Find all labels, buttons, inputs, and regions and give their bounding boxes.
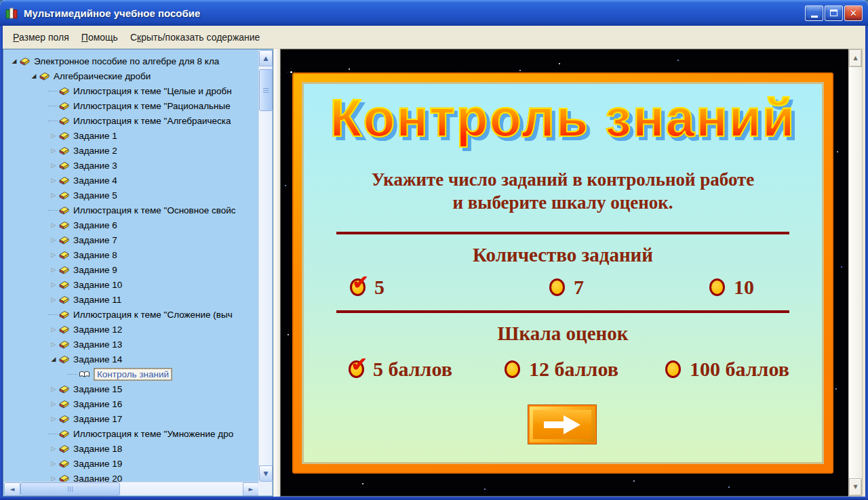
tree-item[interactable]: ▷ Задание 13 (3, 337, 273, 352)
tree-collapsed-arrow-icon[interactable]: ▷ (48, 192, 59, 199)
tree-item-label: Задание 6 (73, 220, 117, 230)
tree-item[interactable]: ▷ Задание 12 (3, 322, 273, 337)
scroll-down-icon: ▼ (264, 470, 269, 477)
maximize-button[interactable] (825, 5, 843, 21)
tree-item[interactable]: ▷ Задание 11 (3, 292, 273, 307)
tree-item[interactable]: Иллюстрация к теме "Алгебраическа (3, 113, 273, 128)
quantity-option-7[interactable]: 7 (549, 276, 584, 299)
tree-collapsed-arrow-icon[interactable]: ▷ (48, 461, 59, 467)
app-books-icon[interactable] (5, 7, 19, 19)
minimize-button[interactable] (805, 5, 823, 21)
scale-option-12-баллов[interactable]: 12 баллов (505, 358, 618, 381)
radio-button[interactable] (665, 360, 681, 378)
tree-item[interactable]: ▷ Задание 10 (3, 277, 273, 292)
panel-splitter[interactable] (274, 49, 280, 497)
tree-hscroll-thumb[interactable] (20, 482, 120, 496)
quantity-option-10[interactable]: 10 (709, 276, 754, 299)
menu-item-toggle-contents[interactable]: Скрыть/показать содержание (124, 29, 266, 45)
tree-item[interactable]: Иллюстрация к теме "Целые и дробн (3, 83, 273, 98)
tree-item[interactable]: ▷ Задание 1 (3, 128, 273, 143)
tree-item[interactable]: Иллюстрация к теме "Сложение (выч (3, 307, 273, 322)
quantity-option-5[interactable]: ✔5 (350, 276, 384, 299)
tree-collapsed-arrow-icon[interactable]: ▷ (48, 267, 59, 273)
tree-collapsed-arrow-icon[interactable]: ▷ (48, 476, 59, 482)
scroll-up-button[interactable]: ▲ (259, 50, 273, 66)
tree-item[interactable]: ◢ Электронное пособие по алгебре для 8 к… (3, 54, 273, 68)
menu-item-field-size[interactable]: Размер поля (7, 29, 75, 45)
tree-item[interactable]: ▷ Задание 4 (3, 173, 273, 188)
tree-item[interactable]: Иллюстрация к теме "Умножение дро (3, 426, 273, 441)
tree-horizontal-scrollbar[interactable]: ◄ ► (4, 482, 259, 495)
tree-item-label: Задание 2 (73, 146, 117, 156)
content-scroll-up-button[interactable]: ▲ (849, 49, 862, 67)
book-icon (39, 72, 50, 81)
tree-collapsed-arrow-icon[interactable]: ▷ (48, 282, 59, 288)
scale-option-5-баллов[interactable]: ✔5 баллов (349, 358, 452, 381)
book-icon (59, 459, 69, 468)
tree-item[interactable]: ▷ Задание 2 (3, 143, 273, 158)
tree-item[interactable]: ▷ Задание 17 (3, 411, 273, 426)
content-scroll-down-button[interactable]: ▼ (849, 478, 862, 496)
tree-collapsed-arrow-icon[interactable]: ▷ (48, 401, 59, 407)
tree-vscroll-thumb[interactable] (259, 69, 273, 111)
tree-collapsed-arrow-icon[interactable]: ▷ (48, 252, 59, 258)
tree-item[interactable]: Контроль знаний (3, 367, 273, 381)
tree-item[interactable]: ▷ Задание 15 (3, 381, 273, 396)
tree-expanded-arrow-icon[interactable]: ◢ (48, 356, 59, 362)
tree-item[interactable]: Иллюстрация к теме "Основное свойс (3, 203, 273, 217)
scroll-up-icon: ▲ (264, 55, 269, 62)
tree-item[interactable]: ▷ Задание 5 (3, 188, 273, 203)
book-icon (59, 117, 69, 125)
radio-button[interactable] (549, 278, 565, 296)
tree-collapsed-arrow-icon[interactable]: ▷ (48, 237, 59, 243)
tree-item[interactable]: ▷ Задание 7 (3, 232, 273, 247)
tree-collapsed-arrow-icon[interactable]: ▷ (48, 133, 59, 139)
tree-item[interactable]: ▷ Задание 9 (3, 262, 273, 277)
tree-item[interactable]: ▷ Задание 18 (3, 441, 273, 456)
tree-connector-line (48, 121, 58, 121)
tree-item[interactable]: ▷ Задание 6 (3, 217, 273, 232)
tree-collapsed-arrow-icon[interactable]: ▷ (48, 446, 59, 452)
tree-vertical-scrollbar[interactable]: ▲ ▼ (258, 50, 272, 482)
tree-item[interactable]: Иллюстрация к теме "Рациональные (3, 98, 273, 113)
tree-item[interactable]: ▷ Задание 19 (3, 456, 273, 471)
tree-item-label: Задание 17 (73, 414, 122, 424)
radio-button[interactable] (505, 360, 520, 378)
scroll-right-button[interactable]: ► (243, 482, 259, 496)
thumb-grip-icon (263, 88, 269, 93)
tree-item[interactable]: ▷ Задание 8 (3, 247, 273, 262)
tree-collapsed-arrow-icon[interactable]: ▷ (48, 222, 59, 228)
tree-expanded-arrow-icon[interactable]: ◢ (28, 73, 39, 79)
book-icon (59, 444, 69, 453)
content-vertical-scrollbar[interactable]: ▲ ▼ (848, 49, 863, 497)
tree-item-label: Задание 11 (73, 295, 121, 305)
book-icon (59, 400, 69, 409)
next-button[interactable] (528, 405, 596, 444)
radio-label: 12 баллов (529, 358, 618, 381)
radio-button[interactable]: ✔ (349, 360, 364, 378)
tree-item[interactable]: ▷ Задание 3 (3, 158, 273, 173)
tree-collapsed-arrow-icon[interactable]: ▷ (48, 341, 59, 348)
tree-collapsed-arrow-icon[interactable]: ▷ (48, 148, 59, 154)
scroll-down-button[interactable]: ▼ (259, 465, 273, 482)
tree-collapsed-arrow-icon[interactable]: ▷ (48, 386, 59, 392)
tree-item[interactable]: ◢ Алгебраические дроби (3, 68, 273, 83)
scale-option-100-баллов[interactable]: 100 баллов (665, 358, 789, 381)
radio-label: 10 (734, 276, 754, 299)
tree-collapsed-arrow-icon[interactable]: ▷ (48, 178, 59, 184)
scroll-left-button[interactable]: ◄ (4, 482, 20, 496)
tree-collapsed-arrow-icon[interactable]: ▷ (48, 163, 59, 169)
tree-item[interactable]: ◢ Задание 14 (3, 352, 273, 367)
tree-collapsed-arrow-icon[interactable]: ▷ (48, 416, 59, 422)
tree-expanded-arrow-icon[interactable]: ◢ (9, 58, 20, 64)
close-button[interactable]: ✕ (844, 5, 863, 21)
tree-collapsed-arrow-icon[interactable]: ▷ (48, 297, 59, 303)
book-icon (59, 87, 69, 96)
radio-button[interactable] (709, 278, 725, 296)
contents-tree-panel: ◢ Электронное пособие по алгебре для 8 к… (3, 49, 273, 497)
book-icon (59, 102, 69, 110)
menu-item-help[interactable]: Помощь (75, 29, 124, 45)
tree-collapsed-arrow-icon[interactable]: ▷ (48, 327, 59, 333)
tree-item[interactable]: ▷ Задание 16 (3, 396, 273, 411)
radio-button[interactable]: ✔ (350, 278, 366, 296)
